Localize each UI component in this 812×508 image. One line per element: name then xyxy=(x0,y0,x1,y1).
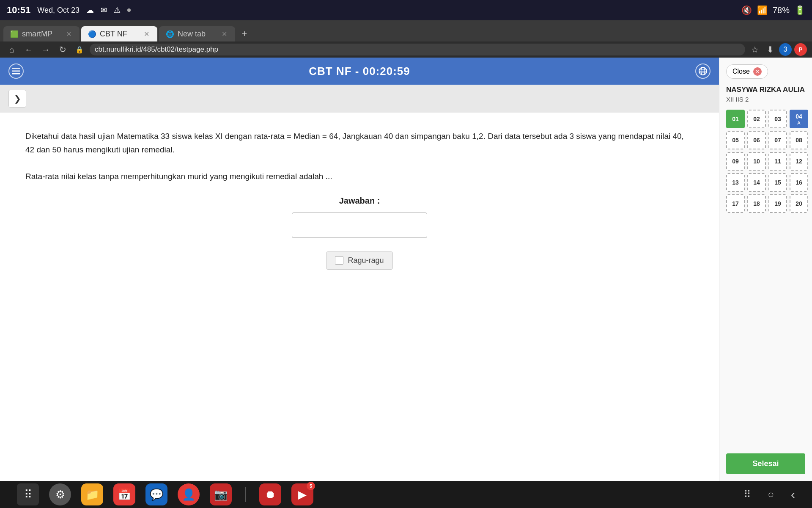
status-bar: 10:51 Wed, Oct 23 ☁ ✉ ⚠ 🔇 📶 78% 🔋 xyxy=(0,0,812,20)
question-btn-02[interactable]: 02 xyxy=(747,110,766,128)
chat-icon: 💬 xyxy=(150,488,163,501)
tab-smartmp-icon: 🟩 xyxy=(10,30,19,38)
app-grid-button[interactable]: ⠿ xyxy=(17,483,39,505)
main-content: CBT NF - 00:20:59 ❯ Diketahui data hasil… xyxy=(0,58,812,481)
selesai-button[interactable]: Selesai xyxy=(726,453,805,474)
ragu-checkbox[interactable] xyxy=(335,256,343,265)
taskbar-separator xyxy=(245,487,246,502)
question-btn-14[interactable]: 14 xyxy=(747,173,766,192)
question-btn-05[interactable]: 05 xyxy=(726,131,745,149)
question-btn-06[interactable]: 06 xyxy=(747,131,766,149)
app-grid-icon: ⠿ xyxy=(24,488,32,501)
dot-icon xyxy=(127,8,131,12)
new-tab-button[interactable]: + xyxy=(237,26,252,41)
svg-rect-2 xyxy=(12,73,20,75)
question-btn-18[interactable]: 18 xyxy=(747,194,766,213)
question-btn-01[interactable]: 01 xyxy=(726,110,745,128)
cbt-title: CBT NF - 00:20:59 xyxy=(309,65,410,78)
question-btn-10[interactable]: 10 xyxy=(747,152,766,171)
tab-cbtnf-icon: 🔵 xyxy=(88,30,96,38)
profile-icon: 👤 xyxy=(182,488,195,501)
tab-smartmp[interactable]: 🟩 smartMP ✕ xyxy=(3,26,80,41)
app-profile-button[interactable]: 👤 xyxy=(178,483,200,505)
battery-display: 78% xyxy=(773,6,790,15)
question-btn-03[interactable]: 03 xyxy=(768,110,787,128)
cloud-save-icon: ☁ xyxy=(86,6,94,15)
mute-icon: 🔇 xyxy=(741,5,752,15)
question-btn-15[interactable]: 15 xyxy=(768,173,787,192)
settings-icon: ⚙ xyxy=(55,488,65,501)
app-calendar-button[interactable]: 📅 xyxy=(113,483,135,505)
student-class: XII IIS 2 xyxy=(726,96,805,103)
app-chat-button[interactable]: 💬 xyxy=(145,483,167,505)
tab-newtab-icon: 🌐 xyxy=(166,30,174,38)
question-btn-19[interactable]: 19 xyxy=(768,194,787,213)
home-button[interactable]: ⌂ xyxy=(5,43,19,56)
alert-icon: ⚠ xyxy=(114,6,121,15)
answer-input[interactable] xyxy=(292,213,427,238)
app-files-button[interactable]: 📁 xyxy=(81,483,103,505)
cbt-app: CBT NF - 00:20:59 ❯ Diketahui data hasil… xyxy=(0,58,719,481)
time-display: 10:51 xyxy=(7,5,30,16)
calendar-icon: 📅 xyxy=(118,488,131,501)
cbt-menu-button[interactable] xyxy=(8,64,24,79)
question-btn-11[interactable]: 11 xyxy=(768,152,787,171)
app-record-button[interactable]: ⏺ xyxy=(259,483,281,505)
question-btn-04[interactable]: 04A xyxy=(790,110,808,128)
taskbar-apps: ⠿ ⚙ 📁 📅 💬 👤 📷 ⏺ ▶ xyxy=(17,483,313,505)
tab-smartmp-close[interactable]: ✕ xyxy=(64,30,73,38)
question-btn-09[interactable]: 09 xyxy=(726,152,745,171)
back-button[interactable]: ← xyxy=(22,43,36,56)
question-text-part1: Diketahui data hasil ujian Matematika 33… xyxy=(25,130,694,157)
tab-newtab[interactable]: 🌐 New tab ✕ xyxy=(159,26,235,41)
ragu-label: Ragu-ragu xyxy=(348,256,384,265)
address-input[interactable] xyxy=(90,44,745,55)
chevron-right-icon: ❯ xyxy=(14,94,21,104)
question-body: Diketahui data hasil ujian Matematika 33… xyxy=(0,113,719,481)
question-btn-12[interactable]: 12 xyxy=(790,152,808,171)
battery-icon: 🔋 xyxy=(795,5,805,15)
question-grid: 01 02 03 04A 05 06 07 08 09 10 11 12 13 xyxy=(726,110,805,213)
tab-newtab-close[interactable]: ✕ xyxy=(220,30,228,38)
student-name: NASYWA RIZKA AULIA xyxy=(726,86,805,94)
wifi-icon: 📶 xyxy=(757,5,768,15)
nav-home-button[interactable]: ○ xyxy=(768,489,774,500)
question-btn-08[interactable]: 08 xyxy=(790,131,808,149)
next-question-button[interactable]: ❯ xyxy=(8,90,26,108)
record-icon: ⏺ xyxy=(265,488,276,501)
question-btn-20[interactable]: 20 xyxy=(790,194,808,213)
tab-cbtnf-label: CBT NF xyxy=(100,30,139,39)
nav-back-button[interactable]: ‹ xyxy=(791,487,795,502)
profile-button[interactable]: P xyxy=(794,43,807,56)
tab-cbtnf-close[interactable]: ✕ xyxy=(142,30,151,38)
close-button[interactable]: Close ✕ xyxy=(726,64,768,79)
extensions-button[interactable]: 3 xyxy=(779,43,792,56)
question-btn-16[interactable]: 16 xyxy=(790,173,808,192)
files-icon: 📁 xyxy=(85,488,99,501)
close-x-icon: ✕ xyxy=(753,67,762,76)
bookmark-button[interactable]: ☆ xyxy=(749,43,761,56)
ragu-ragu-button[interactable]: Ragu-ragu xyxy=(326,251,392,270)
download-button[interactable]: ⬇ xyxy=(764,43,776,56)
reload-button[interactable]: ↻ xyxy=(56,43,69,56)
taskbar: ⠿ ⚙ 📁 📅 💬 👤 📷 ⏺ ▶ xyxy=(0,481,812,508)
nav-menu-button[interactable]: ⠿ xyxy=(743,489,751,500)
cbt-globe-button[interactable] xyxy=(695,64,710,79)
tab-bar: 🟩 smartMP ✕ 🔵 CBT NF ✕ 🌐 New tab ✕ + xyxy=(0,20,812,41)
tab-smartmp-label: smartMP xyxy=(22,30,61,39)
app-youtube-button[interactable]: ▶ 5 xyxy=(291,483,313,505)
jawaban-label: Jawaban : xyxy=(25,196,694,206)
camera-icon: 📷 xyxy=(214,488,228,501)
close-label: Close xyxy=(732,68,750,75)
svg-rect-0 xyxy=(12,68,20,69)
question-btn-07[interactable]: 07 xyxy=(768,131,787,149)
browser-chrome: 🟩 smartMP ✕ 🔵 CBT NF ✕ 🌐 New tab ✕ + ⌂ ←… xyxy=(0,20,812,58)
question-btn-13[interactable]: 13 xyxy=(726,173,745,192)
tab-cbtnf[interactable]: 🔵 CBT NF ✕ xyxy=(81,26,157,41)
date-display: Wed, Oct 23 xyxy=(37,6,80,15)
app-settings-button[interactable]: ⚙ xyxy=(49,483,71,505)
question-btn-17[interactable]: 17 xyxy=(726,194,745,213)
cbt-header: CBT NF - 00:20:59 xyxy=(0,58,719,85)
forward-button[interactable]: → xyxy=(39,43,52,56)
app-camera-button[interactable]: 📷 xyxy=(210,483,232,505)
